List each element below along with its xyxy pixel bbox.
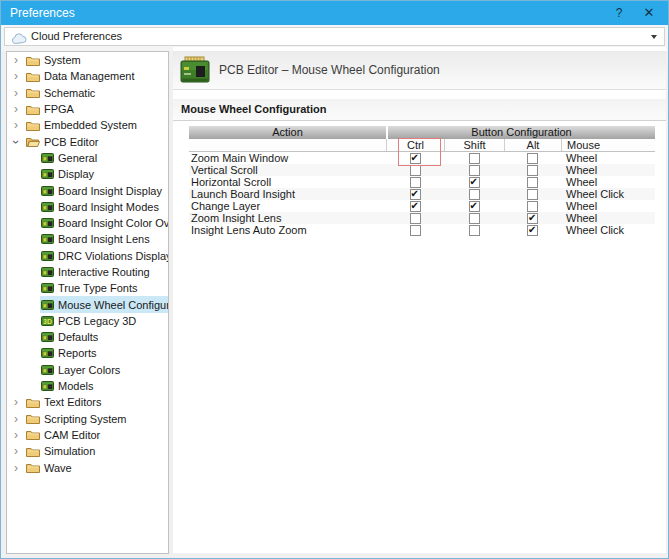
sidebar-item-schematic[interactable]: ›Schematic xyxy=(7,85,168,101)
checkbox-launch-board-insight-alt[interactable] xyxy=(527,189,538,200)
sidebar-item-system[interactable]: ›System xyxy=(7,52,168,68)
checkbox-insight-lens-auto-zoom-shift[interactable] xyxy=(469,225,480,236)
sidebar-item-label: Board Insight Display xyxy=(58,185,162,197)
pcb-icon xyxy=(41,283,54,293)
mouse-value-zoom-main-window[interactable]: Wheel xyxy=(561,152,655,164)
table-row-launch-board-insight[interactable]: Launch Board InsightWheel Click xyxy=(189,188,655,200)
checkbox-launch-board-insight-shift[interactable] xyxy=(469,189,480,200)
checkbox-zoom-insight-lens-alt[interactable] xyxy=(527,213,538,224)
checkbox-zoom-main-window-ctrl[interactable] xyxy=(410,153,421,164)
checkbox-vertical-scroll-ctrl[interactable] xyxy=(410,165,421,176)
table-row-insight-lens-auto-zoom[interactable]: Insight Lens Auto ZoomWheel Click xyxy=(189,224,655,236)
sidebar-item-fpga[interactable]: ›FPGA xyxy=(7,101,168,117)
sidebar-item-reports[interactable]: Reports xyxy=(7,345,168,361)
table-header-row-1: Action Button Configuration xyxy=(189,126,655,139)
sidebar-item-embedded-system[interactable]: ›Embedded System xyxy=(7,117,168,133)
sidebar-item-label: Data Management xyxy=(44,70,135,82)
mouse-value-launch-board-insight[interactable]: Wheel Click xyxy=(561,188,655,200)
folder-icon xyxy=(26,397,40,408)
chevron-right-icon[interactable]: › xyxy=(11,463,21,473)
column-header-ctrl: Ctrl xyxy=(386,139,444,151)
chevron-right-icon[interactable]: › xyxy=(11,88,21,98)
sidebar-item-data-management[interactable]: ›Data Management xyxy=(7,68,168,84)
tree-item-content: Interactive Routing xyxy=(40,264,168,280)
sidebar-item-board-insight-lens[interactable]: Board Insight Lens xyxy=(7,231,168,247)
checkbox-horizontal-scroll-shift[interactable] xyxy=(469,177,480,188)
preferences-tree: ›System›Data Management›Schematic›FPGA›E… xyxy=(7,52,168,476)
folder-open-icon xyxy=(26,136,40,147)
sidebar-item-pcb-editor[interactable]: ›PCB Editor xyxy=(7,133,168,149)
sidebar-item-cam-editor[interactable]: ›CAM Editor xyxy=(7,427,168,443)
table-row-vertical-scroll[interactable]: Vertical ScrollWheel xyxy=(189,164,655,176)
sidebar-item-general[interactable]: General xyxy=(7,150,168,166)
mouse-value-zoom-insight-lens[interactable]: Wheel xyxy=(561,212,655,224)
shift-cell xyxy=(444,176,504,188)
sidebar-item-mouse-wheel-configuration[interactable]: Mouse Wheel Configuration xyxy=(7,296,168,312)
action-label: Horizontal Scroll xyxy=(189,176,386,188)
sidebar-item-drc-violations-display[interactable]: DRC Violations Display xyxy=(7,248,168,264)
checkbox-vertical-scroll-alt[interactable] xyxy=(527,165,538,176)
table-row-zoom-main-window[interactable]: Zoom Main WindowWheel xyxy=(189,152,655,164)
tree-item-content: Layer Colors xyxy=(40,362,168,378)
action-label: Launch Board Insight xyxy=(189,188,386,200)
alt-cell xyxy=(504,200,561,212)
checkbox-zoom-main-window-alt[interactable] xyxy=(527,153,538,164)
checkbox-vertical-scroll-shift[interactable] xyxy=(469,165,480,176)
sidebar-item-wave[interactable]: ›Wave xyxy=(7,459,168,475)
chevron-down-icon[interactable]: › xyxy=(11,137,21,147)
checkbox-horizontal-scroll-alt[interactable] xyxy=(527,177,538,188)
chevron-right-icon[interactable]: › xyxy=(11,446,21,456)
chevron-right-icon[interactable]: › xyxy=(11,430,21,440)
sidebar-item-models[interactable]: Models xyxy=(7,378,168,394)
sidebar-item-defaults[interactable]: Defaults xyxy=(7,329,168,345)
sidebar-item-interactive-routing[interactable]: Interactive Routing xyxy=(7,264,168,280)
table-row-change-layer[interactable]: Change LayerWheel xyxy=(189,200,655,212)
sidebar-item-scripting-system[interactable]: ›Scripting System xyxy=(7,411,168,427)
sidebar-item-board-insight-display[interactable]: Board Insight Display xyxy=(7,182,168,198)
mouse-value-change-layer[interactable]: Wheel xyxy=(561,200,655,212)
tree-item-content: Board Insight Display xyxy=(40,182,168,198)
checkbox-launch-board-insight-ctrl[interactable] xyxy=(410,189,421,200)
checkbox-zoom-insight-lens-ctrl[interactable] xyxy=(410,213,421,224)
chevron-down-icon[interactable] xyxy=(651,35,657,39)
cloud-icon xyxy=(11,31,27,49)
sidebar-item-label: DRC Violations Display xyxy=(58,250,168,262)
checkbox-zoom-main-window-shift[interactable] xyxy=(469,153,480,164)
table-row-horizontal-scroll[interactable]: Horizontal ScrollWheel xyxy=(189,176,655,188)
sidebar-item-board-insight-modes[interactable]: Board Insight Modes xyxy=(7,199,168,215)
mouse-value-horizontal-scroll[interactable]: Wheel xyxy=(561,176,655,188)
sidebar-item-layer-colors[interactable]: Layer Colors xyxy=(7,362,168,378)
chevron-right-icon[interactable]: › xyxy=(11,397,21,407)
checkbox-zoom-insight-lens-shift[interactable] xyxy=(469,213,480,224)
cloud-preferences-combobox[interactable]: Cloud Preferences xyxy=(4,27,665,46)
folder-icon xyxy=(26,120,40,131)
checkbox-horizontal-scroll-ctrl[interactable] xyxy=(410,177,421,188)
chevron-right-icon[interactable]: › xyxy=(11,414,21,424)
help-button[interactable]: ? xyxy=(604,1,634,25)
sidebar-item-true-type-fonts[interactable]: True Type Fonts xyxy=(7,280,168,296)
table-row-zoom-insight-lens[interactable]: Zoom Insight LensWheel xyxy=(189,212,655,224)
chevron-right-icon[interactable]: › xyxy=(11,55,21,65)
sidebar-item-display[interactable]: Display xyxy=(7,166,168,182)
sidebar-item-label: PCB Editor xyxy=(44,136,98,148)
sidebar-item-label: Models xyxy=(58,380,93,392)
chevron-right-icon[interactable]: › xyxy=(11,104,21,114)
sidebar-item-pcb-legacy-3d[interactable]: 3DPCB Legacy 3D xyxy=(7,313,168,329)
close-button[interactable]: ✕ xyxy=(634,1,664,25)
sidebar-item-board-insight-color-override[interactable]: Board Insight Color Override xyxy=(7,215,168,231)
chevron-right-icon[interactable]: › xyxy=(11,71,21,81)
pcb-icon xyxy=(41,300,54,310)
sidebar-item-text-editors[interactable]: ›Text Editors xyxy=(7,394,168,410)
checkbox-insight-lens-auto-zoom-ctrl[interactable] xyxy=(410,225,421,236)
sidebar-item-label: Simulation xyxy=(44,445,95,457)
checkbox-change-layer-shift[interactable] xyxy=(469,201,480,212)
checkbox-insight-lens-auto-zoom-alt[interactable] xyxy=(527,225,538,236)
title-bar: Preferences ? ✕ xyxy=(1,1,668,25)
mouse-value-insight-lens-auto-zoom[interactable]: Wheel Click xyxy=(561,224,655,236)
column-header-button-configuration: Button Configuration xyxy=(388,126,655,139)
checkbox-change-layer-ctrl[interactable] xyxy=(410,201,421,212)
sidebar-item-simulation[interactable]: ›Simulation xyxy=(7,443,168,459)
checkbox-change-layer-alt[interactable] xyxy=(527,201,538,212)
chevron-right-icon[interactable]: › xyxy=(11,120,21,130)
mouse-value-vertical-scroll[interactable]: Wheel xyxy=(561,164,655,176)
